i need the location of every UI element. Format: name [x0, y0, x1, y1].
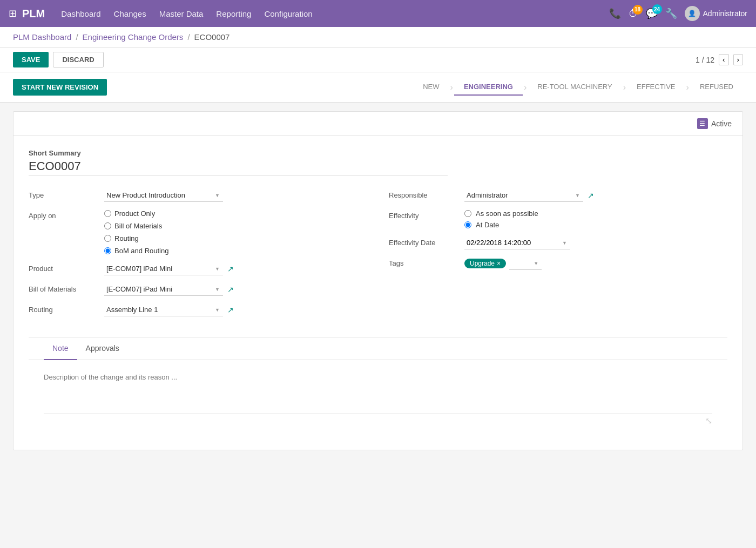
pager-next[interactable]: ›: [733, 54, 743, 65]
pager-count: 1 / 12: [696, 56, 714, 64]
breadcrumb: PLM Dashboard / Engineering Change Order…: [0, 27, 756, 48]
type-row: Type New Product Introduction: [29, 189, 367, 202]
type-select[interactable]: New Product Introduction: [104, 189, 223, 202]
bom-select[interactable]: [E-COM07] iPad Mini: [104, 283, 223, 296]
form-grid: Type New Product Introduction Apply on: [29, 189, 727, 324]
effectivity-label: Effectivity: [389, 209, 464, 220]
message-badge: 24: [652, 4, 662, 14]
stage-sep-2: ›: [523, 79, 528, 96]
admin-menu[interactable]: 👤 Administrator: [685, 6, 747, 21]
grid-icon[interactable]: ⊞: [9, 8, 17, 19]
title-input[interactable]: [29, 159, 448, 176]
routing-label: Routing: [29, 303, 104, 314]
radio-at-date[interactable]: [464, 221, 471, 228]
tabs-header: Note Approvals: [29, 337, 727, 360]
radio-label-product-only: Product Only: [114, 209, 155, 218]
discard-button[interactable]: DISCARD: [53, 52, 103, 67]
effectivity-date-input[interactable]: [464, 236, 570, 249]
nav-changes[interactable]: Changes: [114, 7, 146, 21]
radio-bom-routing[interactable]: [104, 247, 111, 254]
product-select[interactable]: [E-COM07] iPad Mini: [104, 262, 223, 275]
apply-on-field: Product Only Bill of Materials Routing: [104, 209, 367, 255]
apply-on-radio-group: Product Only Bill of Materials Routing: [104, 209, 168, 255]
effectivity-at-date-label: At Date: [476, 221, 499, 229]
effectivity-row: Effectivity As soon as possible At Date: [389, 209, 727, 229]
message-icon[interactable]: 💬 24: [646, 8, 658, 19]
stage-new[interactable]: NEW: [413, 79, 449, 96]
phone-icon[interactable]: 📞: [609, 8, 621, 19]
effectivity-asap-label: As soon as possible: [476, 209, 538, 218]
avatar: 👤: [685, 6, 700, 21]
effectivity-date-field: [464, 236, 727, 249]
type-label: Type: [29, 189, 104, 199]
stage-sep-4: ›: [685, 79, 690, 96]
routing-field: Assembly Line 1 ↗: [104, 303, 367, 316]
tag-upgrade-remove[interactable]: ×: [497, 260, 501, 267]
product-row: Product [E-COM07] iPad Mini ↗: [29, 262, 367, 275]
nav-dashboard[interactable]: Dashboard: [61, 7, 100, 21]
breadcrumb-sep2: /: [187, 32, 190, 42]
form-card-header: ☰ Active: [14, 112, 742, 136]
type-field: New Product Introduction: [104, 189, 367, 202]
new-revision-button[interactable]: START NEW REVISION: [13, 79, 107, 96]
effectivity-at-date[interactable]: At Date: [464, 221, 538, 229]
bom-external-link-icon[interactable]: ↗: [227, 285, 234, 294]
radio-label-routing: Routing: [114, 234, 139, 242]
settings-icon[interactable]: 🔧: [665, 8, 677, 19]
resize-handle[interactable]: ⤡: [44, 416, 712, 426]
breadcrumb-eco[interactable]: Engineering Change Orders: [83, 32, 184, 42]
radio-routing[interactable]: [104, 235, 111, 242]
type-select-wrapper: New Product Introduction: [104, 189, 223, 202]
responsible-field: Administrator ↗: [464, 189, 727, 202]
nav-configuration[interactable]: Configuration: [264, 7, 312, 21]
form-body: Short Summary Type New Product Introduct…: [14, 136, 742, 450]
product-select-wrapper: [E-COM07] iPad Mini: [104, 262, 223, 275]
apply-bill-of-materials[interactable]: Bill of Materials: [104, 222, 168, 230]
pager-prev[interactable]: ‹: [719, 54, 728, 65]
radio-bom[interactable]: [104, 222, 111, 229]
effectivity-field: As soon as possible At Date: [464, 209, 727, 229]
nav-master-data[interactable]: Master Data: [159, 7, 204, 21]
apply-on-label: Apply on: [29, 209, 104, 220]
tab-note[interactable]: Note: [44, 337, 77, 360]
main-content: ☰ Active Short Summary Type: [0, 103, 756, 459]
product-label: Product: [29, 262, 104, 273]
apply-bom-and-routing[interactable]: BoM and Routing: [104, 247, 168, 255]
breadcrumb-plm-dashboard[interactable]: PLM Dashboard: [13, 32, 71, 42]
stage-retool[interactable]: RE-TOOL MACHINERY: [528, 79, 622, 96]
action-bar: SAVE DISCARD 1 / 12 ‹ ›: [0, 48, 756, 72]
bom-select-wrapper: [E-COM07] iPad Mini: [104, 283, 223, 296]
nav-reporting[interactable]: Reporting: [216, 7, 251, 21]
stage-bar: START NEW REVISION NEW › ENGINEERING › R…: [0, 72, 756, 103]
apply-routing[interactable]: Routing: [104, 234, 168, 242]
breadcrumb-sep1: /: [76, 32, 78, 42]
tags-select-wrapper: [509, 257, 542, 270]
form-right: Responsible Administrator ↗ Effe: [389, 189, 727, 324]
effectivity-asap[interactable]: As soon as possible: [464, 209, 538, 218]
tags-label: Tags: [389, 257, 464, 267]
routing-select[interactable]: Assembly Line 1: [104, 303, 223, 316]
radio-product-only[interactable]: [104, 210, 111, 217]
responsible-select[interactable]: Administrator: [464, 189, 583, 202]
radio-label-bom: Bill of Materials: [114, 222, 162, 230]
bom-field: [E-COM07] iPad Mini ↗: [104, 283, 367, 296]
top-navigation: ⊞ PLM Dashboard Changes Master Data Repo…: [0, 0, 756, 27]
routing-external-link-icon[interactable]: ↗: [227, 306, 234, 314]
stage-refused[interactable]: REFUSED: [690, 79, 743, 96]
form-left: Type New Product Introduction Apply on: [29, 189, 367, 324]
active-badge[interactable]: ☰ Active: [697, 118, 732, 129]
tab-approvals[interactable]: Approvals: [77, 337, 128, 360]
note-textarea[interactable]: [44, 371, 712, 414]
responsible-external-link-icon[interactable]: ↗: [588, 191, 594, 200]
stage-effective[interactable]: EFFECTIVE: [627, 79, 685, 96]
tags-row: Tags Upgrade ×: [389, 257, 727, 270]
tags-select[interactable]: [509, 257, 542, 270]
effectivity-date-wrapper: [464, 236, 570, 249]
radio-asap[interactable]: [464, 210, 471, 217]
activity-icon[interactable]: ⏱ 18: [629, 8, 638, 19]
save-button[interactable]: SAVE: [13, 52, 49, 67]
tabs-section: Note Approvals ⤡: [29, 337, 727, 437]
product-external-link-icon[interactable]: ↗: [227, 265, 234, 273]
apply-product-only[interactable]: Product Only: [104, 209, 168, 218]
stage-engineering[interactable]: ENGINEERING: [454, 79, 523, 96]
